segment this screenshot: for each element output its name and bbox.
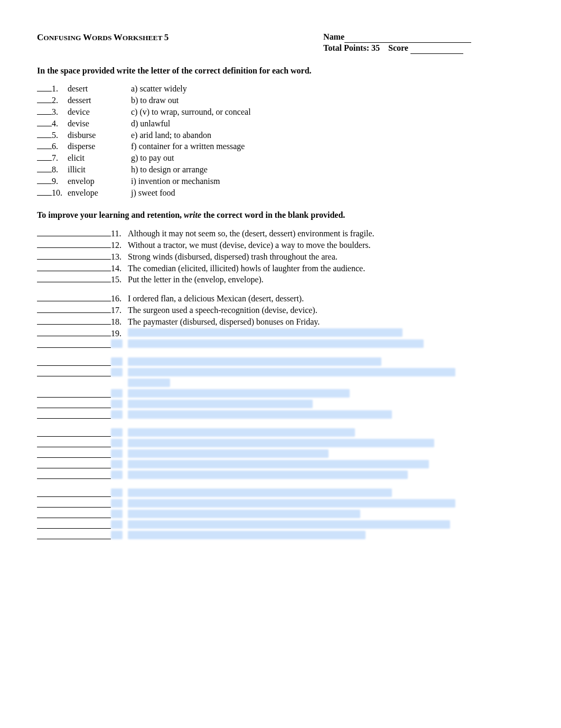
redacted-number — [111, 368, 123, 376]
redacted-number — [111, 449, 123, 458]
match-row: 10.envelopej) sweet food — [37, 188, 524, 199]
definition: j) sweet food — [131, 188, 175, 199]
match-row: 8.illicith) to design or arrange — [37, 164, 524, 176]
redacted-text — [128, 428, 355, 437]
question-row: 19. — [37, 328, 524, 339]
redacted-text — [128, 357, 381, 366]
redacted-text — [128, 328, 403, 337]
answer-blank[interactable] — [37, 439, 111, 447]
redacted-row — [37, 410, 524, 419]
definition: b) to draw out — [131, 95, 179, 106]
vocab-word: elicit — [68, 153, 131, 164]
question-text: The paymaster (disbursed, dispersed) bon… — [128, 317, 320, 328]
answer-blank[interactable] — [37, 328, 111, 336]
question-text: Put the letter in the (envelop, envelope… — [128, 274, 264, 285]
matching-list: 1.deserta) scatter widely 2.dessertb) to… — [37, 84, 524, 198]
answer-blank[interactable] — [37, 317, 111, 325]
answer-blank[interactable] — [37, 164, 52, 172]
answer-blank[interactable] — [37, 95, 52, 103]
answer-blank[interactable] — [37, 531, 111, 539]
item-number: 4. — [52, 118, 68, 130]
item-number: 12. — [111, 240, 128, 251]
question-row: 16.I ordered flan, a delicious Mexican (… — [37, 293, 524, 305]
redacted-row — [37, 428, 524, 437]
score-blank[interactable] — [410, 46, 463, 54]
answer-blank[interactable] — [37, 263, 111, 271]
answer-blank[interactable] — [37, 340, 111, 348]
question-text: Strong winds (disbursed, dispersed) tras… — [128, 252, 338, 263]
answer-blank[interactable] — [37, 153, 52, 161]
question-row: 12.Without a tractor, we must (devise, d… — [37, 240, 524, 251]
instructions-2-pre: To improve your learning and retention, — [37, 210, 184, 219]
answer-blank[interactable] — [37, 188, 52, 196]
redacted-row — [37, 368, 524, 376]
fill-in-group-2: 16.I ordered flan, a delicious Mexican (… — [37, 293, 524, 348]
answer-blank[interactable] — [37, 500, 111, 508]
redacted-row — [37, 389, 524, 398]
item-number: 10. — [52, 188, 68, 199]
question-text: The comedian (elicited, illicited) howls… — [128, 263, 365, 274]
answer-blank[interactable] — [37, 429, 111, 437]
redacted-text — [128, 439, 434, 447]
redacted-text — [128, 389, 350, 398]
answer-blank[interactable] — [37, 390, 111, 398]
redacted-text — [128, 339, 424, 348]
answer-blank[interactable] — [37, 510, 111, 518]
definition: c) (v) to wrap, surround, or conceal — [131, 107, 251, 118]
redacted-row — [37, 531, 524, 539]
item-number: 2. — [52, 95, 68, 106]
answer-blank[interactable] — [37, 141, 52, 149]
answer-blank[interactable] — [37, 176, 52, 184]
vocab-word: dessert — [68, 95, 131, 106]
redacted-row — [37, 499, 524, 508]
redacted-text — [128, 449, 329, 458]
answer-blank[interactable] — [37, 84, 52, 91]
answer-blank[interactable] — [37, 450, 111, 458]
answer-blank[interactable] — [37, 460, 111, 468]
item-number: 16. — [111, 293, 128, 305]
answer-blank[interactable] — [37, 305, 111, 313]
answer-blank[interactable] — [37, 521, 111, 529]
answer-blank[interactable] — [37, 293, 111, 301]
item-number: 9. — [52, 176, 68, 187]
redacted-row — [37, 489, 524, 497]
match-row: 2.dessertb) to draw out — [37, 95, 524, 106]
answer-blank[interactable] — [37, 471, 111, 479]
redacted-text — [128, 510, 360, 518]
answer-blank[interactable] — [37, 274, 111, 282]
score-line: Total Points: 35 Score — [323, 43, 524, 54]
name-blank[interactable] — [344, 35, 471, 43]
answer-blank[interactable] — [37, 368, 111, 376]
name-label: Name — [323, 32, 344, 41]
item-number: 17. — [111, 305, 128, 316]
answer-blank[interactable] — [37, 118, 52, 126]
redacted-text — [128, 531, 366, 539]
answer-blank[interactable] — [37, 400, 111, 408]
redacted-text — [128, 400, 313, 408]
match-row: 5.disbursee) arid land; to abandon — [37, 130, 524, 141]
answer-blank[interactable] — [37, 107, 52, 115]
answer-blank[interactable] — [37, 358, 111, 366]
vocab-word: envelop — [68, 176, 131, 187]
definition: d) unlawful — [131, 118, 170, 130]
redacted-text — [128, 471, 408, 479]
answer-blank[interactable] — [37, 240, 111, 248]
fill-in-group-1: 11.Although it may not seem so, the (des… — [37, 228, 524, 285]
answer-blank[interactable] — [37, 130, 52, 138]
redacted-text — [128, 379, 170, 387]
redacted-text — [128, 520, 450, 529]
answer-blank[interactable] — [37, 489, 111, 497]
answer-blank[interactable] — [37, 252, 111, 260]
redacted-row — [37, 439, 524, 447]
vocab-word: illicit — [68, 164, 131, 176]
question-text: Without a tractor, we must (devise, devi… — [128, 240, 370, 251]
question-text: I ordered flan, a delicious Mexican (des… — [128, 293, 304, 305]
redacted-group-4 — [37, 428, 524, 479]
redacted-text — [128, 499, 455, 508]
vocab-word: envelope — [68, 188, 131, 199]
instructions-1: In the space provided write the letter o… — [37, 66, 524, 77]
answer-blank[interactable] — [37, 228, 111, 236]
question-row: 18.The paymaster (disbursed, dispersed) … — [37, 317, 524, 328]
item-number: 18. — [111, 317, 128, 328]
answer-blank[interactable] — [37, 411, 111, 419]
